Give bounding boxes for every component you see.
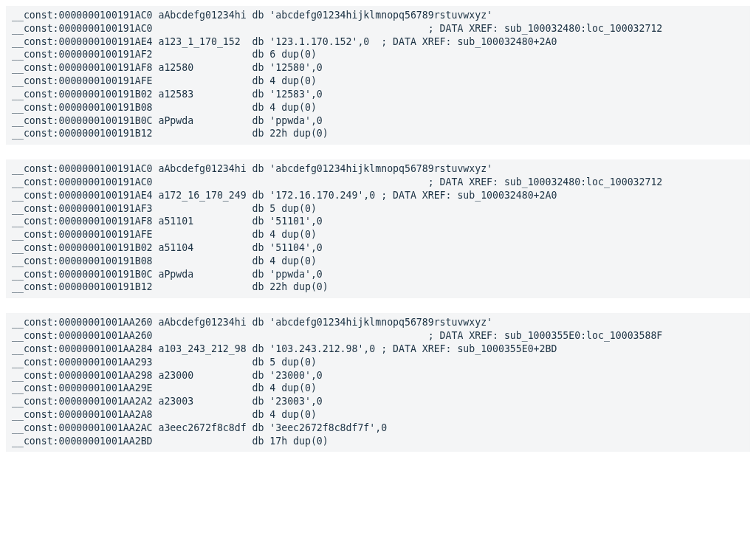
disasm-block: __const:0000000100191AC0 aAbcdefg01234hi… [6, 159, 750, 298]
disasm-line[interactable]: __const:0000000100191AF3 db 5 dup(0) [12, 202, 744, 216]
disasm-line[interactable]: __const:0000000100191AC0 ; DATA XREF: su… [12, 22, 744, 35]
disasm-line[interactable]: __const:00000001001AA284 a103_243_212_98… [12, 343, 744, 356]
disasm-block: __const:00000001001AA260 aAbcdefg01234hi… [6, 313, 750, 452]
disasm-line[interactable]: __const:00000001001AA260 ; DATA XREF: su… [12, 329, 744, 343]
disassembly-root: __const:0000000100191AC0 aAbcdefg01234hi… [0, 6, 756, 452]
disasm-line[interactable]: __const:0000000100191AFE db 4 dup(0) [12, 228, 744, 241]
disasm-line[interactable]: __const:0000000100191B08 db 4 dup(0) [12, 101, 744, 114]
disasm-line[interactable]: __const:0000000100191B08 db 4 dup(0) [12, 255, 744, 268]
disasm-line[interactable]: __const:0000000100191B02 a12583 db '1258… [12, 88, 744, 101]
disasm-line[interactable]: __const:0000000100191B02 a51104 db '5110… [12, 241, 744, 255]
disasm-line[interactable]: __const:0000000100191AE4 a172_16_170_249… [12, 189, 744, 202]
disasm-line[interactable]: __const:0000000100191B0C aPpwda db 'ppwd… [12, 268, 744, 281]
disasm-line[interactable]: __const:0000000100191AFE db 4 dup(0) [12, 75, 744, 88]
disasm-line[interactable]: __const:00000001001AA2A8 db 4 dup(0) [12, 408, 744, 422]
disasm-line[interactable]: __const:0000000100191B12 db 22h dup(0) [12, 281, 744, 294]
disasm-line[interactable]: __const:0000000100191AC0 aAbcdefg01234hi… [12, 162, 744, 176]
disasm-line[interactable]: __const:00000001001AA29E db 4 dup(0) [12, 382, 744, 395]
disasm-line[interactable]: __const:00000001001AA293 db 5 dup(0) [12, 356, 744, 369]
disasm-line[interactable]: __const:0000000100191AC0 aAbcdefg01234hi… [12, 9, 744, 22]
disasm-line[interactable]: __const:0000000100191AF8 a51101 db '5110… [12, 215, 744, 228]
disasm-line[interactable]: __const:0000000100191AF8 a12580 db '1258… [12, 61, 744, 75]
disasm-block: __const:0000000100191AC0 aAbcdefg01234hi… [6, 6, 750, 145]
disasm-line[interactable]: __const:00000001001AA2BD db 17h dup(0) [12, 435, 744, 448]
disasm-line[interactable]: __const:0000000100191AC0 ; DATA XREF: su… [12, 176, 744, 189]
disasm-line[interactable]: __const:00000001001AA2AC a3eec2672f8c8df… [12, 422, 744, 435]
disasm-line[interactable]: __const:0000000100191B12 db 22h dup(0) [12, 127, 744, 140]
disasm-line[interactable]: __const:0000000100191AE4 a123_1_170_152 … [12, 35, 744, 49]
disasm-line[interactable]: __const:00000001001AA260 aAbcdefg01234hi… [12, 316, 744, 329]
disasm-line[interactable]: __const:00000001001AA298 a23000 db '2300… [12, 369, 744, 382]
disasm-line[interactable]: __const:0000000100191AF2 db 6 dup(0) [12, 48, 744, 61]
disasm-line[interactable]: __const:0000000100191B0C aPpwda db 'ppwd… [12, 114, 744, 128]
disasm-line[interactable]: __const:00000001001AA2A2 a23003 db '2300… [12, 395, 744, 408]
